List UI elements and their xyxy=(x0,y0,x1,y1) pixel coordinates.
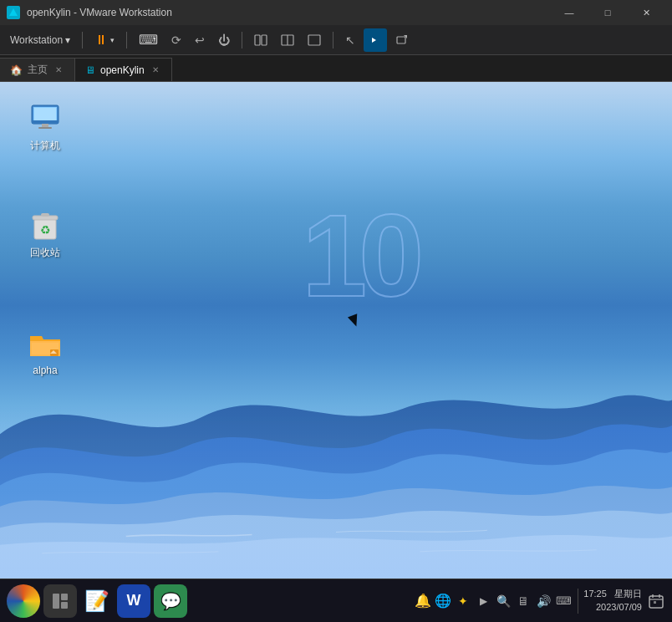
alpha-folder-icon[interactable]: alpha xyxy=(15,324,75,380)
svg-text:♻: ♻ xyxy=(40,223,51,237)
title-bar: openKylin - VMware Workstation — □ ✕ xyxy=(0,0,672,25)
clock-weekday: 星期日 xyxy=(614,589,642,599)
vm-viewport[interactable]: 10 计算机 xyxy=(0,82,672,579)
revert-icon: ↩ xyxy=(195,33,205,47)
toolbar: Workstation ▾ ⏸ ▾ ⌨ ⟳ ↩ ⏻ ↖ xyxy=(0,25,672,55)
toolbar-separator-1 xyxy=(82,32,83,48)
svg-rect-23 xyxy=(61,594,68,600)
keyboard-icon: ⌨ xyxy=(556,594,572,607)
window-title: openKylin - VMware Workstation xyxy=(27,7,172,18)
keyboard-icon: ⌨ xyxy=(139,32,158,48)
svg-rect-14 xyxy=(38,127,52,129)
display-tray-icon[interactable]: 🖥 xyxy=(514,592,532,610)
workstation-dropdown-icon: ▾ xyxy=(65,34,70,46)
clock-date: 2023/07/09 xyxy=(583,601,642,614)
svg-rect-1 xyxy=(255,35,260,45)
terminal-icon xyxy=(369,34,382,46)
taskbar: 📝 W 💬 🔔 🌐 ✦ ▶ 🔍 🖥 🔊 ⌨ xyxy=(0,579,672,622)
tab-home[interactable]: 🏠 主页 ✕ xyxy=(0,58,75,81)
writer-icon: W xyxy=(127,592,141,609)
pointer-icon: ↖ xyxy=(345,33,355,47)
snapshot-button[interactable]: ⟳ xyxy=(166,28,186,52)
clone-icon xyxy=(281,34,294,46)
network-tray-icon[interactable]: 🌐 xyxy=(434,592,452,610)
reflection-overlay xyxy=(0,405,672,579)
close-button[interactable]: ✕ xyxy=(627,0,665,25)
monitor-icon: 🖥 xyxy=(517,594,529,608)
chat-icon: 💬 xyxy=(160,591,181,611)
svg-rect-18 xyxy=(41,213,49,217)
bell-icon: 🔔 xyxy=(415,593,431,609)
tab-openkylin[interactable]: 🖥 openKylin ✕ xyxy=(75,58,172,81)
fullscreen-button[interactable] xyxy=(303,28,326,52)
split-view-button[interactable] xyxy=(249,28,272,52)
recycle-bin-label: 回收站 xyxy=(30,246,60,260)
tray-separator xyxy=(578,589,578,614)
power-button[interactable]: ⏻ xyxy=(213,28,235,52)
svg-rect-8 xyxy=(397,37,405,43)
openkylin-tab-close[interactable]: ✕ xyxy=(150,64,161,76)
star-tray-icon[interactable]: ✦ xyxy=(454,592,472,610)
svg-rect-5 xyxy=(308,35,320,45)
openkylin-tab-icon: 🖥 xyxy=(85,64,95,76)
tabs-bar: 🏠 主页 ✕ 🖥 openKylin ✕ xyxy=(0,55,672,82)
volume-icon: 🔊 xyxy=(537,594,551,608)
volume-tray-icon[interactable]: 🔊 xyxy=(534,592,552,610)
toolbar-separator-3 xyxy=(242,32,242,48)
openkylin-tab-label: openKylin xyxy=(100,64,145,76)
svg-rect-29 xyxy=(654,601,656,604)
files-icon xyxy=(50,591,70,611)
keyboard-tray-icon[interactable]: ⌨ xyxy=(554,592,573,610)
arrow-tray-icon[interactable]: ▶ xyxy=(474,592,492,610)
toolbar-separator-2 xyxy=(126,32,127,48)
windowed-button[interactable] xyxy=(390,28,414,52)
recycle-bin-icon[interactable]: ♻ 回收站 xyxy=(15,206,75,263)
pause-icon: ⏸ xyxy=(94,33,108,48)
pause-button[interactable]: ⏸ ▾ xyxy=(89,28,120,52)
clock-time-weekday: 17:25 星期日 xyxy=(583,588,642,600)
pause-dropdown-icon: ▾ xyxy=(110,36,115,44)
svg-rect-12 xyxy=(34,108,56,121)
computer-label: 计算机 xyxy=(30,139,60,153)
title-bar-left: openKylin - VMware Workstation xyxy=(7,6,172,19)
search-tray-icon[interactable]: 🔍 xyxy=(494,592,512,610)
minimize-button[interactable]: — xyxy=(550,0,588,25)
notes-app-button[interactable]: 📝 xyxy=(80,584,114,618)
clone-view-button[interactable] xyxy=(276,28,299,52)
pointer-button[interactable]: ↖ xyxy=(340,28,360,52)
windowed-icon xyxy=(395,34,409,46)
bell-tray-icon[interactable]: 🔔 xyxy=(414,592,432,610)
search-icon: 🔍 xyxy=(496,594,511,608)
recycle-bin-icon-img: ♻ xyxy=(28,209,62,242)
svg-rect-22 xyxy=(53,594,59,609)
computer-icon[interactable]: 计算机 xyxy=(15,99,75,156)
split-icon xyxy=(254,34,267,46)
files-app-button[interactable] xyxy=(43,584,77,618)
send-ctrlaltdel-button[interactable]: ⌨ xyxy=(134,28,163,52)
writer-app-button[interactable]: W xyxy=(117,584,150,618)
svg-rect-24 xyxy=(61,602,68,609)
home-tab-close[interactable]: ✕ xyxy=(53,64,64,76)
clock-time: 17:25 xyxy=(583,589,607,599)
taskbar-tray: 🔔 🌐 ✦ ▶ 🔍 🖥 🔊 ⌨ 17:25 星期日 xyxy=(414,588,665,614)
svg-marker-0 xyxy=(9,8,18,16)
globe-icon: 🌐 xyxy=(435,593,451,609)
kylin-launcher-button[interactable] xyxy=(7,584,40,618)
maximize-button[interactable]: □ xyxy=(588,0,627,25)
chat-app-button[interactable]: 💬 xyxy=(154,584,187,618)
workstation-menu[interactable]: Workstation ▾ xyxy=(5,28,75,52)
terminal-button[interactable] xyxy=(364,28,387,52)
fullscreen-icon xyxy=(308,34,321,46)
notes-icon: 📝 xyxy=(84,589,109,613)
clock-display[interactable]: 17:25 星期日 2023/07/09 xyxy=(583,588,642,614)
snapshot-icon: ⟳ xyxy=(171,33,181,47)
calendar-icon xyxy=(649,594,664,609)
play-icon: ▶ xyxy=(480,595,487,607)
toolbar-separator-4 xyxy=(333,32,333,48)
alpha-label: alpha xyxy=(33,365,57,376)
folder-icon-img xyxy=(28,328,62,361)
workstation-label: Workstation xyxy=(10,34,63,46)
calendar-tray-icon[interactable] xyxy=(647,592,665,610)
revert-button[interactable]: ↩ xyxy=(190,28,210,52)
home-tab-label: 主页 xyxy=(28,63,48,77)
